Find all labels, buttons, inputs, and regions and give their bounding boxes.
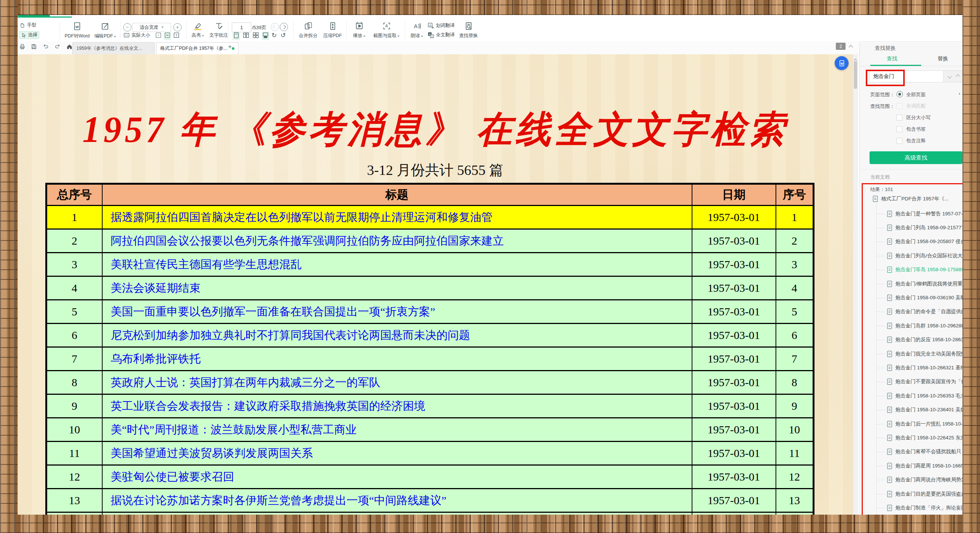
checkbox[interactable] — [896, 138, 902, 144]
cell-title[interactable]: 美国一面重申要以色列撤军一面准备在联合国提出一项“折衷方案” — [102, 300, 692, 324]
save-icon[interactable] — [31, 43, 37, 50]
pdf-to-word-floating-button[interactable]: W — [835, 56, 848, 70]
undo-icon[interactable] — [42, 43, 49, 50]
collapse-toolbar-button[interactable] — [849, 43, 852, 50]
table-header-row: 总序号 标题 日期 序号 — [46, 184, 814, 206]
find-prev-icon[interactable] — [956, 74, 960, 78]
cell-title[interactable]: 据透露阿拉伯四国首脑决定在以色列撤军以前无限期停止清理运河和修复油管 — [102, 206, 692, 229]
next-page-button[interactable] — [280, 23, 288, 31]
read-aloud-caret-icon — [421, 36, 423, 37]
tab-find[interactable]: 查找 — [887, 56, 897, 62]
continuous-scroll-button[interactable] — [262, 32, 269, 40]
pdf-page-view[interactable]: 1957 年 《参考消息》 在线全文文字检索 3-12 月份共计 5655 篇 … — [18, 54, 853, 533]
pdf-to-word-label: PDF转Word — [63, 33, 91, 39]
svg-text:A: A — [385, 24, 388, 28]
cell-seq: 4 — [776, 277, 814, 300]
word-translate-button[interactable]: A 划词翻译 — [427, 22, 455, 29]
find-replace-icon — [464, 21, 473, 31]
cell-title[interactable]: 尼克松到加纳参加独立典礼时不打算同我国代表讨论两国悬而未决的问题 — [102, 324, 692, 347]
full-translate-button[interactable]: A文 全文翻译 — [427, 32, 455, 38]
home-icon[interactable] — [66, 43, 73, 50]
page-number-input[interactable] — [232, 22, 251, 32]
fit-width-button[interactable] — [164, 32, 171, 40]
single-page-view-button[interactable] — [232, 32, 240, 40]
cell-no: 7 — [46, 347, 102, 371]
cell-title[interactable]: 英政府人士说：英国打算在两年内裁减三分之一的军队 — [102, 371, 692, 395]
two-page-view-button[interactable] — [242, 32, 250, 40]
chevron-right-icon — [282, 25, 286, 29]
pdf-to-word-icon: W — [72, 21, 82, 31]
read-aloud-button[interactable]: A 朗读 — [407, 21, 426, 39]
edit-pdf-button[interactable]: 编辑PDF — [92, 21, 118, 39]
pdf-to-word-button[interactable]: W PDF转Word — [63, 21, 91, 39]
scrollbar-thumb[interactable] — [854, 61, 857, 89]
brick-frame-bottom — [0, 515, 980, 533]
compress-pdf-button[interactable]: 压缩PDF — [322, 21, 344, 39]
document-scrollbar[interactable] — [853, 54, 858, 533]
fit-text-button[interactable]: T — [173, 32, 180, 40]
cell-no: 2 — [46, 229, 102, 253]
tab-replace[interactable]: 替换 — [938, 56, 948, 62]
capture-extract-button[interactable]: A 截图与提取 — [371, 21, 402, 39]
zoom-mode-dropdown[interactable]: 适合宽度 — [132, 23, 171, 32]
text-annotation-button[interactable]: 文字批注 — [208, 21, 229, 38]
svg-text:1:1: 1:1 — [125, 34, 128, 37]
cell-title[interactable]: 美国希望通过美波贸易谈判发展两国关系 — [102, 442, 692, 465]
cell-date: 1957-03-01 — [692, 489, 776, 512]
print-icon[interactable] — [19, 43, 25, 50]
cell-title[interactable]: 英工业联合会发表报告：建议政府采取措施挽救英国的经济困境 — [102, 395, 692, 418]
hand-icon — [19, 22, 25, 29]
zoom-mode-label: 适合宽度 — [140, 24, 158, 31]
document-tab[interactable]: 1959年《参考消息》在线全文... — [72, 42, 155, 54]
cell-title[interactable]: 阿拉伯四国会议公报要以色列无条件撤军强调阿拉伯防务应由阿拉伯国家来建立 — [102, 229, 692, 253]
cell-date: 1957-03-01 — [692, 395, 776, 418]
document-main-title: 1957 年 《参考消息》 在线全文文字检索 — [18, 105, 853, 155]
word-translate-label: 划词翻译 — [436, 22, 455, 29]
cell-seq: 3 — [776, 253, 814, 277]
cell-date: 1957-03-01 — [692, 253, 776, 277]
checkbox[interactable] — [896, 126, 902, 132]
table-row: 3 美联社宣传民主德国有些学生思想混乱 1957-03-01 3 — [46, 253, 814, 277]
advanced-find-button[interactable]: 高级查找 — [870, 151, 963, 164]
expand-arrow-icon[interactable]: › — [959, 91, 960, 96]
hand-tool-button[interactable]: 手型 — [19, 22, 36, 29]
tab-label: 格式工厂PDF合并 1957年《参... — [160, 45, 229, 52]
cell-date: 1957-03-01 — [692, 300, 776, 324]
fit-page-button[interactable] — [155, 32, 162, 40]
cell-no: 6 — [46, 324, 102, 347]
find-replace-button[interactable]: 查找替换 — [457, 21, 480, 39]
zoom-in-button[interactable] — [173, 23, 181, 32]
select-tool-button[interactable]: 选择 — [19, 31, 39, 39]
merge-split-button[interactable]: 合并拆分 — [297, 21, 320, 39]
cell-title[interactable]: 美驻匈公使已被要求召回 — [102, 465, 692, 489]
cell-title[interactable]: 美法会谈延期结束 — [102, 277, 692, 300]
table-row: 1 据透露阿拉伯四国首脑决定在以色列撤军以前无限期停止清理运河和修复油管 195… — [46, 206, 814, 229]
cursor-icon — [21, 32, 27, 38]
page-range-radio[interactable] — [896, 91, 903, 97]
toolbar: 手型 选择 W PDF转Word 编辑PDF 适合宽度 — [18, 19, 963, 41]
cell-title[interactable]: 乌布利希批评铁托 — [102, 347, 692, 371]
new-tab-button[interactable]: + — [228, 43, 232, 51]
play-button[interactable]: 播放 — [349, 21, 369, 39]
find-next-icon[interactable] — [948, 74, 952, 78]
zoom-out-button[interactable] — [123, 23, 132, 32]
prev-page-button[interactable] — [271, 23, 279, 31]
highlight-button[interactable]: 高亮 — [189, 21, 206, 38]
actual-size-button[interactable]: 1:1 实际大小 — [123, 32, 150, 38]
table-row: 7 乌布利希批评铁托 1957-03-01 7 — [46, 347, 814, 371]
redo-icon[interactable] — [54, 43, 61, 50]
rotate-cw-button[interactable]: ↻ — [272, 32, 277, 39]
checkbox[interactable] — [896, 115, 902, 121]
cell-title[interactable]: 美联社宣传民主德国有些学生思想混乱 — [102, 253, 692, 277]
checkbox[interactable] — [896, 103, 902, 109]
cell-title[interactable]: 据说在讨论苏加诺方案时各伊斯兰党曾考虑提出一项“中间路线建议” — [102, 489, 692, 512]
rotate-ccw-button[interactable]: ↺ — [280, 32, 286, 39]
grid-view-button[interactable] — [252, 32, 259, 40]
chevron-left-icon — [273, 25, 277, 29]
panel-title: 查找替换 — [875, 45, 896, 52]
cell-title[interactable]: 美“时代”周刊报道：波兰鼓励发展小型私营工商业 — [102, 418, 692, 442]
cell-date: 1957-03-01 — [692, 371, 776, 395]
table-row: 10 美“时代”周刊报道：波兰鼓励发展小型私营工商业 1957-03-01 10 — [46, 418, 814, 442]
page-range-label: 页面范围： — [870, 91, 895, 98]
document-tab[interactable]: 格式工厂PDF合并 1957年《参... — [156, 42, 239, 54]
